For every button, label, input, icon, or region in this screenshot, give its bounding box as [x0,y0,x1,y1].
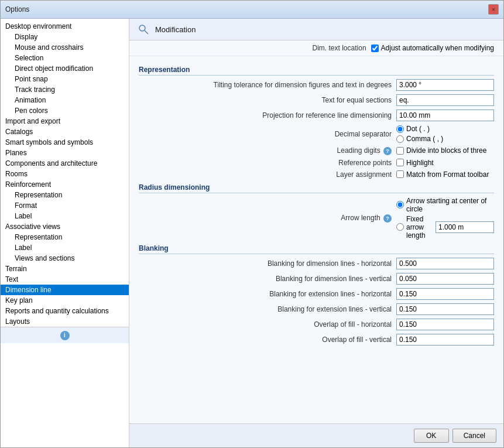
sidebar-item-desktop-environment[interactable]: Desktop environment [1,21,129,32]
dim-text-location-label: Dim. text location [313,44,366,52]
text-equal-label: Text for equal sections [139,96,396,104]
adjust-auto-checkbox[interactable] [371,45,379,52]
projection-input[interactable] [396,110,494,121]
right-panel: Modification Dim. text location Adjust a… [129,19,503,447]
overlap-h-row: Overlap of fill - horizontal [139,319,494,330]
footer-buttons: OK Cancel [129,423,503,447]
adjust-auto-label: Adjust automatically when modifying [381,44,494,52]
blanking-dim-h-label: Blanking for dimension lines - horizonta… [139,259,396,268]
blanking-dim-h-input[interactable] [396,258,494,269]
layer-assignment-label: Layer assignment [139,170,396,179]
sidebar-item-layouts[interactable]: Layouts [1,316,129,327]
tilting-input[interactable] [396,79,494,91]
blanking-dim-v-label: Blanking for dimension lines - vertical [139,275,396,283]
reference-points-label: Reference points [139,159,396,167]
sidebar-item-views-and-sections[interactable]: Views and sections [1,253,129,264]
dim-text-location-row: Dim. text location Adjust automatically … [129,40,503,56]
arrow-length-row: Arrow length ? Arrow starting at center … [139,197,494,240]
decimal-radio-group: Dot ( . ) Comma ( , ) [396,125,443,143]
sidebar-item-catalogs[interactable]: Catalogs [1,126,129,137]
panel-icon [136,22,150,36]
sidebar-item-key-plan[interactable]: Key plan [1,295,129,306]
decimal-dot-row: Dot ( . ) [396,125,443,133]
decimal-dot-radio[interactable] [396,125,404,133]
sidebar-item-associative-representation[interactable]: Representation [1,232,129,242]
representation-section-header: Representation [139,66,494,76]
match-format-container: Match from Format toolbar [396,170,489,179]
ok-button[interactable]: OK [414,429,449,443]
arrow-center-radio[interactable] [396,201,404,208]
sidebar-item-import-and-export[interactable]: Import and export [1,116,129,126]
blanking-dim-v-input[interactable] [396,273,494,285]
leading-digits-help-icon[interactable]: ? [383,147,392,155]
cancel-button[interactable]: Cancel [452,429,496,443]
arrow-radio-group: Arrow starting at center of circle Fixed… [396,197,494,240]
blanking-ext-h-row: Blanking for extension lines - horizonta… [139,288,494,300]
overlap-v-row: Overlap of fill - vertical [139,334,494,346]
adjust-auto-container: Adjust automatically when modifying [371,44,494,52]
sidebar-item-pen-colors[interactable]: Pen colors [1,105,129,116]
blanking-ext-h-label: Blanking for extension lines - horizonta… [139,290,396,298]
sidebar-item-reinforcement-format[interactable]: Format [1,200,129,211]
sidebar-item-direct-object-modification[interactable]: Direct object modification [1,63,129,74]
blanking-ext-v-input[interactable] [396,303,494,315]
window-title: Options [5,5,29,13]
divide-blocks-container: Divide into blocks of three [396,146,486,155]
blanking-ext-v-row: Blanking for extension lines - vertical [139,303,494,315]
leading-digits-row: Leading digits ? Divide into blocks of t… [139,146,494,155]
blanking-ext-h-input[interactable] [396,288,494,300]
sidebar-item-smart-symbols-and-symbols[interactable]: Smart symbols and symbols [1,137,129,148]
divide-blocks-checkbox[interactable] [396,147,404,155]
fixed-arrow-radio[interactable] [396,223,404,231]
overlap-h-label: Overlap of fill - horizontal [139,320,396,329]
sidebar-item-associative-views[interactable]: Associative views [1,221,129,232]
sidebar-item-reinforcement-representation[interactable]: Representation [1,190,129,200]
arrow-length-label: Arrow length ? [139,214,396,223]
tilting-label: Tilting tolerance for dimension figures … [139,81,396,89]
blanking-dim-h-row: Blanking for dimension lines - horizonta… [139,258,494,269]
close-button[interactable]: × [488,4,499,15]
info-icon[interactable]: i [60,331,70,340]
sidebar-item-terrain[interactable]: Terrain [1,264,129,274]
text-equal-row: Text for equal sections [139,94,494,106]
panel-header: Modification [129,19,503,40]
sidebar-item-associative-label[interactable]: Label [1,242,129,253]
decimal-comma-radio[interactable] [396,135,404,143]
sidebar-item-animation[interactable]: Animation [1,95,129,105]
title-bar: Options × [1,1,503,19]
arrow-length-help-icon[interactable]: ? [383,214,392,223]
projection-label: Projection for reference line dimensioni… [139,111,396,119]
sidebar-item-mouse-and-crosshairs[interactable]: Mouse and crosshairs [1,42,129,53]
panel-title: Modification [155,25,196,34]
sidebar-item-selection[interactable]: Selection [1,53,129,63]
sidebar-item-track-tracing[interactable]: Track tracing [1,84,129,95]
projection-row: Projection for reference line dimensioni… [139,110,494,121]
fixed-arrow-row: Fixed arrow length [396,215,494,240]
match-format-checkbox[interactable] [396,170,404,178]
sidebar-item-reports-and-quantity-calculations[interactable]: Reports and quantity calculations [1,306,129,316]
overlap-h-input[interactable] [396,319,494,330]
text-equal-input[interactable] [396,94,494,106]
sidebar-item-components-and-architecture[interactable]: Components and architecture [1,158,129,169]
sidebar-item-planes[interactable]: Planes [1,148,129,158]
blanking-dim-v-row: Blanking for dimension lines - vertical [139,273,494,285]
overlap-v-input[interactable] [396,334,494,346]
decimal-comma-row: Comma ( , ) [396,135,443,143]
sidebar-item-reinforcement-label[interactable]: Label [1,211,129,221]
fixed-arrow-label: Fixed arrow length [406,215,430,240]
highlight-checkbox[interactable] [396,159,404,166]
sidebar-item-text[interactable]: Text [1,274,129,285]
main-content: Desktop environmentDisplayMouse and cros… [1,19,503,447]
decimal-comma-label: Comma ( , ) [406,135,443,143]
highlight-label: Highlight [406,159,434,167]
svg-line-1 [145,30,148,34]
sidebar-item-display[interactable]: Display [1,32,129,42]
sidebar-item-dimension-line[interactable]: Dimension line [1,285,129,295]
sidebar-item-point-snap[interactable]: Point snap [1,74,129,84]
sidebar-item-reinforcement[interactable]: Reinforcement [1,179,129,190]
overlap-v-label: Overlap of fill - vertical [139,336,396,344]
decimal-separator-row: Decimal separator Dot ( . ) Comma ( , ) [139,125,494,143]
fixed-arrow-input[interactable] [436,221,494,233]
radius-section-header: Radius dimensioning [139,183,494,193]
sidebar-item-rooms[interactable]: Rooms [1,169,129,179]
